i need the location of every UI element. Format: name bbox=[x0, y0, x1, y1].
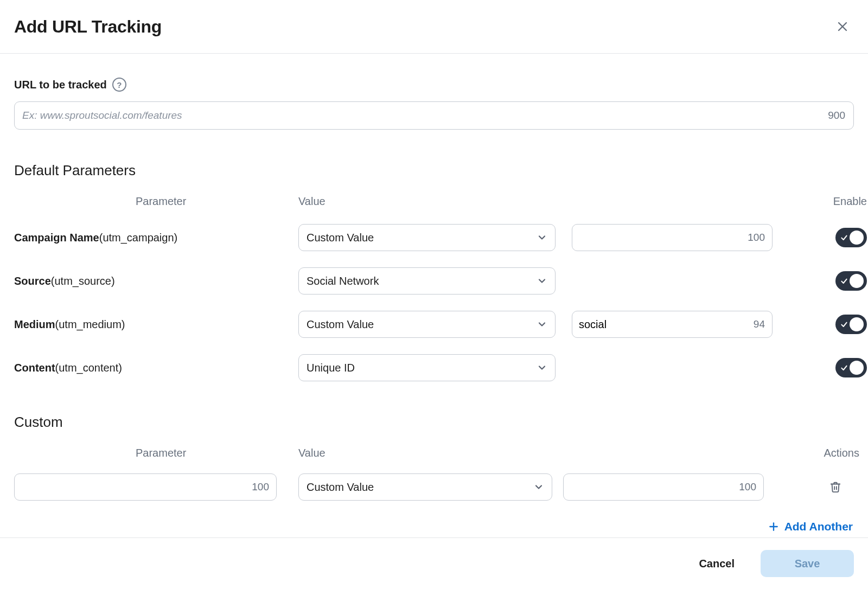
custom-param-count: 100 bbox=[252, 481, 269, 493]
modal-footer: Cancel Save bbox=[0, 537, 868, 589]
custom-value-input[interactable] bbox=[563, 473, 764, 501]
campaign-value-input[interactable] bbox=[572, 224, 773, 251]
url-input-wrap: 900 bbox=[14, 101, 854, 130]
select-medium-value[interactable]: Custom Value bbox=[298, 311, 556, 338]
toggle-knob bbox=[850, 274, 864, 288]
url-field-label-row: URL to be tracked ? bbox=[14, 78, 854, 92]
toggle-knob bbox=[850, 231, 864, 245]
toggle-knob bbox=[850, 361, 864, 375]
col-value: Value bbox=[298, 447, 552, 459]
chevron-down-icon bbox=[537, 232, 547, 243]
help-icon[interactable]: ? bbox=[112, 78, 126, 92]
trash-icon bbox=[829, 481, 841, 493]
check-icon bbox=[840, 277, 848, 285]
select-custom-value[interactable]: Custom Value bbox=[298, 473, 552, 501]
param-name-campaign: Campaign Name(utm_campaign) bbox=[14, 232, 298, 244]
default-param-row: Content(utm_content) Unique ID bbox=[14, 354, 854, 381]
param-name-content: Content(utm_content) bbox=[14, 362, 298, 374]
param-name-source: Source(utm_source) bbox=[14, 275, 298, 287]
check-icon bbox=[840, 320, 848, 329]
chevron-down-icon bbox=[537, 362, 547, 373]
select-content-value[interactable]: Unique ID bbox=[298, 354, 556, 381]
custom-section-title: Custom bbox=[14, 414, 854, 431]
select-label: Custom Value bbox=[307, 232, 374, 244]
check-icon bbox=[840, 363, 848, 372]
url-char-count: 900 bbox=[828, 110, 845, 121]
custom-value-input-wrap: 100 bbox=[563, 473, 764, 501]
custom-value-count: 100 bbox=[739, 481, 756, 493]
check-icon bbox=[840, 233, 848, 242]
col-parameter: Parameter bbox=[14, 447, 298, 459]
delete-custom-row-button[interactable] bbox=[825, 476, 846, 498]
custom-columns: Parameter Value Actions bbox=[14, 447, 854, 459]
col-actions: Actions bbox=[765, 447, 863, 459]
add-another-row: Add Another bbox=[14, 520, 854, 533]
toggle-content-enable[interactable] bbox=[835, 358, 867, 377]
chevron-down-icon bbox=[537, 276, 547, 286]
url-field-label: URL to be tracked bbox=[14, 79, 107, 91]
default-param-row: Medium(utm_medium) Custom Value 94 bbox=[14, 311, 854, 338]
col-value: Value bbox=[298, 195, 556, 208]
toggle-campaign-enable[interactable] bbox=[835, 228, 867, 247]
close-button[interactable] bbox=[831, 15, 854, 38]
toggle-medium-enable[interactable] bbox=[835, 315, 867, 334]
url-input[interactable] bbox=[14, 101, 854, 130]
toggle-source-enable[interactable] bbox=[835, 271, 867, 291]
select-campaign-value[interactable]: Custom Value bbox=[298, 224, 556, 251]
default-param-row: Campaign Name(utm_campaign) Custom Value… bbox=[14, 224, 854, 251]
save-button[interactable]: Save bbox=[761, 550, 854, 577]
custom-param-input[interactable] bbox=[14, 473, 277, 501]
add-url-tracking-modal: Add URL Tracking URL to be tracked ? 900… bbox=[0, 0, 868, 589]
chevron-down-icon bbox=[537, 319, 547, 330]
chevron-down-icon bbox=[533, 482, 544, 492]
custom-param-row: 100 Custom Value 100 bbox=[14, 473, 854, 501]
close-icon bbox=[836, 20, 849, 33]
select-label: Social Network bbox=[307, 275, 379, 287]
col-parameter: Parameter bbox=[14, 195, 298, 208]
modal-title: Add URL Tracking bbox=[14, 17, 162, 37]
plus-icon bbox=[768, 521, 779, 532]
campaign-value-input-wrap: 100 bbox=[572, 224, 773, 251]
select-label: Custom Value bbox=[307, 318, 374, 331]
campaign-value-count: 100 bbox=[748, 232, 765, 244]
medium-value-input[interactable] bbox=[572, 311, 773, 338]
modal-body: URL to be tracked ? 900 Default Paramete… bbox=[0, 54, 868, 537]
cancel-button[interactable]: Cancel bbox=[682, 550, 751, 577]
param-name-medium: Medium(utm_medium) bbox=[14, 318, 298, 331]
custom-param-input-wrap: 100 bbox=[14, 473, 277, 501]
toggle-knob bbox=[850, 317, 864, 331]
medium-value-input-wrap: 94 bbox=[572, 311, 773, 338]
modal-header: Add URL Tracking bbox=[0, 0, 868, 54]
col-enable: Enable bbox=[773, 195, 868, 208]
select-source-value[interactable]: Social Network bbox=[298, 267, 556, 294]
select-label: Unique ID bbox=[307, 362, 355, 374]
default-params-section-title: Default Parameters bbox=[14, 162, 854, 179]
add-another-label: Add Another bbox=[784, 520, 853, 533]
default-param-row: Source(utm_source) Social Network bbox=[14, 267, 854, 294]
default-params-columns: Parameter Value Enable bbox=[14, 195, 854, 208]
medium-value-count: 94 bbox=[754, 318, 765, 330]
select-label: Custom Value bbox=[307, 481, 374, 494]
add-another-button[interactable]: Add Another bbox=[768, 520, 853, 533]
